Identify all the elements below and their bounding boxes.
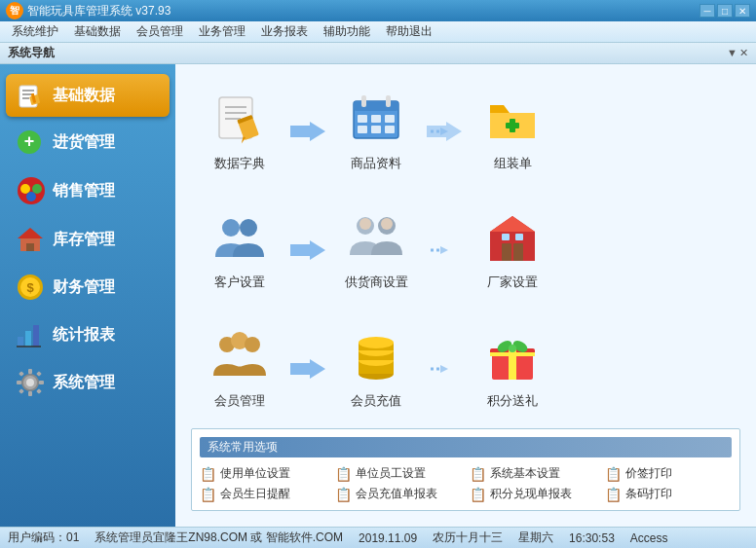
quick-label-3: 价签打印 bbox=[625, 465, 672, 482]
status-db: Access bbox=[630, 531, 668, 545]
assembly-icon bbox=[483, 91, 542, 149]
toolbar-close-icon[interactable]: ✕ bbox=[739, 47, 748, 59]
arrow-2 bbox=[427, 120, 462, 143]
svg-rect-69 bbox=[515, 234, 523, 240]
toolbar-pin-icon[interactable]: ▼ bbox=[727, 47, 737, 59]
maximize-button[interactable]: □ bbox=[717, 4, 733, 18]
sidebar-item-sales[interactable]: 销售管理 bbox=[0, 165, 175, 216]
svg-rect-44 bbox=[358, 115, 367, 123]
member-mgmt-label: 会员管理 bbox=[214, 392, 265, 410]
quick-options: 系统常用选项 📋 使用单位设置 📋 单位员工设置 📋 系统基本设置 📋 价签打印 bbox=[191, 428, 740, 511]
svg-rect-67 bbox=[513, 243, 523, 261]
sidebar-item-system[interactable]: 系统管理 bbox=[0, 358, 175, 407]
menu-basic-data[interactable]: 基础数据 bbox=[66, 21, 129, 42]
chart-icon bbox=[16, 321, 45, 348]
quick-icon-3: 📋 bbox=[605, 466, 622, 482]
quick-option-6[interactable]: 📋 积分兑现单报表 bbox=[470, 486, 597, 502]
data-dict-icon bbox=[210, 91, 269, 149]
svg-point-60 bbox=[359, 218, 371, 230]
quick-option-7[interactable]: 📋 条码打印 bbox=[605, 486, 733, 502]
status-date: 2019.11.09 bbox=[359, 531, 417, 545]
quick-icon-6: 📋 bbox=[470, 487, 486, 502]
quick-option-2[interactable]: 📋 系统基本设置 bbox=[470, 465, 597, 482]
svg-rect-18 bbox=[18, 337, 23, 347]
menu-help-exit[interactable]: 帮助退出 bbox=[378, 21, 440, 42]
svg-point-23 bbox=[26, 379, 34, 386]
svg-text:+: + bbox=[24, 131, 35, 151]
plus-icon: + bbox=[16, 128, 45, 156]
quick-option-3[interactable]: 📋 价签打印 bbox=[605, 465, 733, 482]
member-mgmt-icon bbox=[210, 328, 269, 386]
icon-member-mgmt[interactable]: 会员管理 bbox=[210, 328, 269, 410]
icon-member-recharge[interactable]: 会员充值 bbox=[347, 328, 405, 410]
status-bar: 用户编码：01 系统管理员宜隆王ZN98.COM 或 智能软件.COM 2019… bbox=[0, 527, 756, 548]
minimize-button[interactable]: ─ bbox=[699, 4, 715, 18]
menu-member-mgmt[interactable]: 会员管理 bbox=[129, 21, 191, 42]
quick-icon-4: 📋 bbox=[200, 487, 216, 502]
svg-point-72 bbox=[245, 337, 260, 352]
quick-option-4[interactable]: 📋 会员生日提醒 bbox=[200, 486, 327, 502]
sidebar-item-stats[interactable]: 统计报表 bbox=[0, 311, 175, 358]
sidebar-item-basic-data[interactable]: 基础数据 bbox=[6, 74, 170, 117]
svg-marker-57 bbox=[290, 240, 325, 260]
svg-rect-25 bbox=[28, 391, 32, 396]
app-logo: 智 bbox=[6, 2, 23, 19]
factory-label: 厂家设置 bbox=[487, 274, 538, 291]
svg-point-55 bbox=[222, 219, 240, 237]
status-user-name: 系统管理员宜隆王ZN98.COM 或 智能软件.COM bbox=[94, 530, 343, 546]
close-button[interactable]: ✕ bbox=[735, 4, 750, 18]
customer-label: 客户设置 bbox=[214, 274, 265, 291]
quick-option-0[interactable]: 📋 使用单位设置 bbox=[200, 465, 327, 482]
icon-data-dict[interactable]: 数据字典 bbox=[210, 91, 269, 172]
product-info-label: 商品资料 bbox=[351, 155, 401, 172]
icon-supplier[interactable]: 供货商设置 bbox=[345, 209, 408, 291]
sidebar: 基础数据 + 进货管理 销售管理 bbox=[0, 64, 175, 527]
title-bar: 智 智能玩具库管理系统 v37.93 ─ □ ✕ bbox=[0, 0, 756, 21]
menu-auxiliary[interactable]: 辅助功能 bbox=[316, 21, 378, 42]
sidebar-item-purchase[interactable]: + 进货管理 bbox=[0, 119, 175, 165]
status-weekday: 星期六 bbox=[518, 530, 553, 546]
status-user-code: 用户编码：01 bbox=[8, 530, 79, 546]
coin-icon: $ bbox=[16, 273, 45, 302]
quick-label-0: 使用单位设置 bbox=[220, 465, 290, 482]
svg-marker-63 bbox=[440, 246, 448, 254]
sidebar-label-basic-data: 基础数据 bbox=[53, 86, 115, 106]
svg-rect-31 bbox=[36, 388, 42, 394]
quick-option-5[interactable]: 📋 会员充值单报表 bbox=[335, 486, 463, 502]
quick-icon-7: 📋 bbox=[605, 487, 622, 502]
quick-options-grid: 📋 使用单位设置 📋 单位员工设置 📋 系统基本设置 📋 价签打印 📋 bbox=[200, 465, 732, 502]
svg-marker-73 bbox=[290, 359, 325, 379]
quick-options-header: 系统常用选项 bbox=[200, 437, 732, 457]
svg-text:$: $ bbox=[26, 280, 34, 295]
sidebar-label-system: 系统管理 bbox=[53, 373, 115, 393]
sidebar-item-finance[interactable]: $ 财务管理 bbox=[0, 263, 175, 311]
arrow-5 bbox=[290, 357, 325, 381]
svg-rect-66 bbox=[502, 243, 511, 261]
quick-label-4: 会员生日提醒 bbox=[220, 486, 290, 502]
quick-label-2: 系统基本设置 bbox=[490, 465, 560, 482]
app-title: 智能玩具库管理系统 v37.93 bbox=[27, 3, 699, 19]
menu-business-mgmt[interactable]: 业务管理 bbox=[191, 21, 253, 42]
factory-icon bbox=[483, 209, 542, 268]
points-gift-icon bbox=[483, 328, 542, 386]
sidebar-label-stats: 统计报表 bbox=[53, 325, 115, 346]
icon-factory[interactable]: 厂家设置 bbox=[483, 209, 542, 291]
icon-product-info[interactable]: 商品资料 bbox=[347, 91, 405, 172]
quick-icon-1: 📋 bbox=[335, 466, 352, 482]
svg-rect-54 bbox=[506, 123, 519, 128]
sidebar-item-inventory[interactable]: 库存管理 bbox=[0, 216, 175, 263]
svg-rect-46 bbox=[385, 115, 395, 123]
icon-assembly[interactable]: 组装单 bbox=[483, 91, 542, 172]
quick-option-1[interactable]: 📋 单位员工设置 bbox=[335, 465, 463, 482]
gear-icon bbox=[16, 368, 45, 397]
house-icon bbox=[16, 226, 45, 253]
icon-points-gift[interactable]: 积分送礼 bbox=[483, 328, 542, 410]
assembly-label: 组装单 bbox=[494, 155, 532, 172]
menu-business-report[interactable]: 业务报表 bbox=[253, 21, 316, 42]
content-area: 数据字典 bbox=[175, 64, 756, 527]
svg-rect-68 bbox=[502, 234, 510, 240]
svg-point-89 bbox=[509, 345, 516, 352]
icon-customer[interactable]: 客户设置 bbox=[210, 209, 269, 291]
menu-system-maintain[interactable]: 系统维护 bbox=[4, 21, 66, 42]
svg-rect-43 bbox=[386, 95, 391, 107]
